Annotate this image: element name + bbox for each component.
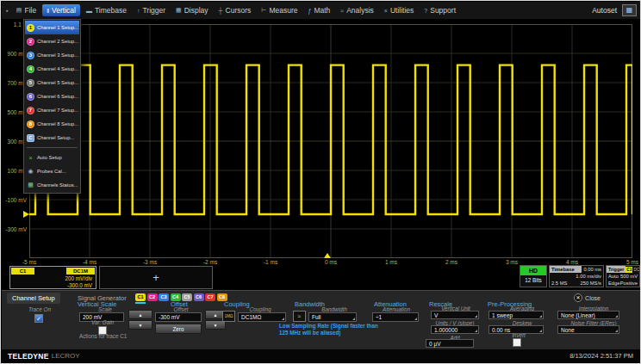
autoset-button[interactable]: Autoset [592, 6, 617, 15]
channel-badge-icon: 2 [27, 38, 34, 46]
file-icon: ▤ [16, 7, 22, 14]
app-icon: ▪ [6, 7, 9, 15]
dropdown-item-channels-status[interactable]: ▦Channels Status... [25, 178, 79, 192]
dropdown-item-channel-5-setup[interactable]: 5Channel 5 Setup... [25, 76, 79, 89]
vertical-unit-select[interactable]: V [431, 311, 479, 319]
trace-on-checkbox[interactable]: ✓ [34, 314, 43, 323]
x-tick-label: 4 ms [557, 259, 587, 265]
c1-channel-chip: C1 [11, 268, 34, 275]
dropdown-item-channel-8-setup[interactable]: 8Channel 8 Setup... [25, 117, 79, 131]
dropdown-item-probes-cal[interactable]: ◉Probes Cal... [25, 164, 79, 178]
dropdown-item-channel-setup[interactable]: CChannel Setup... [25, 131, 79, 145]
channel-tab-c2[interactable]: C2 [147, 293, 158, 301]
invert-checkbox[interactable] [513, 338, 521, 347]
probes-cal-icon: ◉ [27, 168, 34, 175]
dropdown-item-label: Channel 6 Setup... [37, 94, 78, 99]
channel-tab-c7[interactable]: C7 [205, 293, 215, 301]
channel-tab-c6[interactable]: C6 [194, 293, 204, 301]
dropdown-item-channel-4-setup[interactable]: 4Channel 4 Setup... [25, 62, 79, 76]
trigger-level: 500 mV [620, 274, 638, 279]
analysis-icon: ≈ [340, 8, 344, 14]
dropdown-item-channel-3-setup[interactable]: 3Channel 3 Setup... [25, 48, 79, 62]
attenuation-label: Attenuation [372, 306, 420, 312]
dropdown-item-channel-6-setup[interactable]: 6Channel 6 Setup... [25, 89, 79, 103]
c1-vdiv-readout: 200 mV/div [65, 275, 93, 281]
trigger-box[interactable]: Trigger C1 DC Auto 500 mV Edge Positive [606, 265, 640, 287]
x-tick-label: 0 ms [316, 259, 345, 265]
dropdown-item-auto-setup[interactable]: ×Auto Setup [25, 151, 79, 164]
offset-zero-button[interactable]: Zero [155, 324, 202, 334]
menu-item-label: Support [430, 6, 456, 15]
menu-item-math[interactable]: ƒMath [304, 4, 335, 16]
tab-channel-setup[interactable]: Channel Setup [7, 293, 60, 304]
menu-item-label: Utilities [390, 6, 414, 15]
averaging-input[interactable]: 1 sweep [489, 311, 544, 319]
menu-item-trigger[interactable]: ↑Trigger [133, 4, 170, 16]
hd-mode-box[interactable]: HD 12 Bits [520, 265, 547, 287]
trigger-time-marker-icon[interactable] [324, 253, 331, 258]
channel-tab-underline [135, 302, 146, 304]
menu-item-utilities[interactable]: ×Utilities [380, 4, 419, 16]
c1-offset-readout: -300.0 mV [67, 282, 92, 288]
channel-badge-icon: C [27, 134, 34, 142]
scale-down-button[interactable]: ▼ [128, 320, 152, 330]
clock: 8/13/2024 2:51:37 PM [569, 352, 633, 360]
scale-up-button[interactable]: ▲ [128, 310, 152, 319]
down-arrow-icon: ▼ [206, 321, 225, 330]
invert-label: Invert [505, 332, 532, 338]
brand-lecroy: LECROY [52, 352, 80, 360]
menu-item-analysis[interactable]: ≈Analysis [336, 4, 378, 16]
channel-tab-c1[interactable]: C1 [135, 293, 146, 301]
measure-icon: ⊢ [261, 7, 266, 14]
menu-item-file[interactable]: ▤File [12, 4, 40, 16]
hd-mode-label: HD [520, 266, 546, 275]
offset-input[interactable]: -300 mV [155, 312, 202, 322]
menu-item-label: Cursors [226, 6, 252, 15]
dropdown-item-label: Channel 2 Setup... [37, 39, 78, 44]
menu-bar: ▪ ▤File‖Vertical▬Timebase↑Trigger▦Displa… [2, 2, 640, 19]
units-per-v-input[interactable]: 1.000000 [431, 325, 479, 334]
interpolation-select[interactable]: None (Linear) [557, 311, 619, 319]
vertical-menu-dropdown: 1Channel 1 Setup...2Channel 2 Setup...3C… [23, 19, 81, 194]
var-gain-label: Var. Gain [84, 319, 121, 325]
noise-filter-select[interactable]: None [557, 325, 619, 334]
menu-item-display[interactable]: ▦Display [171, 4, 213, 16]
menu-item-vertical[interactable]: ‖Vertical [42, 4, 80, 16]
c1-descriptor-box[interactable]: C1 DC1M 200 mV/div -300.0 mV [9, 266, 96, 289]
bandwidth-label: Bandwidth [314, 306, 355, 312]
menu-item-cursors[interactable]: ┼Cursors [215, 4, 256, 16]
close-panel-button[interactable]: ✕ Close [574, 293, 601, 302]
c1-level-marker-icon[interactable] [23, 211, 29, 218]
timebase-samples: 2.5 MS [551, 281, 567, 286]
utilities-icon: × [384, 8, 388, 14]
dropdown-item-channel-7-setup[interactable]: 7Channel 7 Setup... [25, 103, 79, 117]
menu-item-measure[interactable]: ⊢Measure [257, 4, 302, 16]
add-offset-input[interactable]: 0 µV [426, 339, 474, 348]
offset-label: Offset [159, 306, 203, 312]
menu-item-label: Timebase [95, 6, 127, 15]
dropdown-item-label: Channels Status... [37, 182, 78, 188]
dropdown-item-channel-1-setup[interactable]: 1Channel 1 Setup... [25, 21, 79, 34]
channel-tab-c3[interactable]: C3 [159, 293, 169, 301]
x-tick-label: -1 ms [256, 259, 285, 265]
bandwidth-select[interactable]: Full [308, 312, 357, 322]
attenuation-select[interactable]: ÷1 [372, 312, 419, 322]
dropdown-item-channel-2-setup[interactable]: 2Channel 2 Setup... [25, 34, 79, 48]
actions-for-trace-label: Actions for trace C1 [79, 333, 127, 339]
menu-item-timebase[interactable]: ▬Timebase [82, 4, 131, 16]
x-tick-label: 1 ms [377, 259, 406, 265]
timebase-position: 0.00 ms [582, 267, 603, 272]
timebase-scale: 1.00 ms/div [550, 273, 603, 280]
up-arrow-icon: ▲ [129, 311, 152, 319]
menu-item-support[interactable]: ?Support [420, 4, 460, 16]
trigger-icon: ↑ [137, 8, 140, 14]
close-icon: ✕ [574, 293, 582, 302]
dropdown-separator [27, 147, 78, 148]
menu-items: ▤File‖Vertical▬Timebase↑Trigger▦Display┼… [12, 4, 460, 16]
add-trace-box[interactable]: + [99, 266, 213, 289]
autoset-icon[interactable]: ▦ [622, 4, 637, 16]
coupling-select[interactable]: DC1MΩ [238, 312, 286, 322]
timebase-box[interactable]: Timebase 0.00 ms 1.00 ms/div 2.5 MS 250 … [549, 265, 604, 287]
trigger-type: Edge [608, 281, 620, 286]
waveform-display[interactable] [29, 24, 632, 258]
